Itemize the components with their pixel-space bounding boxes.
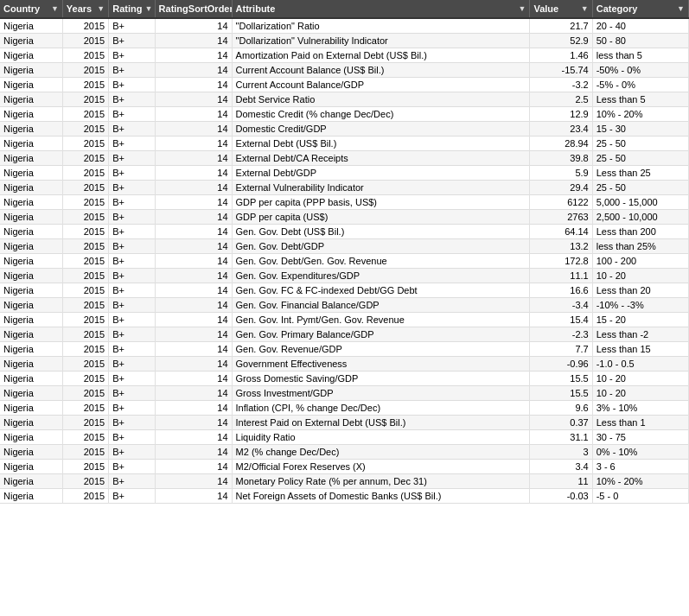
cell-attribute: Gross Domestic Saving/GDP bbox=[232, 372, 530, 386]
cell-attribute: Gen. Gov. Debt/GDP bbox=[232, 239, 530, 254]
cell-attribute: Gen. Gov. Debt (US$ Bil.) bbox=[232, 225, 530, 239]
cell-attribute: Amortization Paid on External Debt (US$ … bbox=[232, 48, 530, 63]
column-header-ratingsortorder[interactable]: RatingSortOrder▼ bbox=[155, 0, 232, 18]
cell-rating: B+ bbox=[109, 137, 155, 151]
cell-value: 31.1 bbox=[530, 430, 592, 445]
cell-rating: B+ bbox=[109, 195, 155, 210]
cell-category: Less than 15 bbox=[592, 342, 688, 357]
cell-country: Nigeria bbox=[0, 239, 62, 254]
cell-rating: B+ bbox=[109, 416, 155, 430]
cell-attribute: "Dollarization" Ratio bbox=[232, 18, 530, 34]
cell-years: 2015 bbox=[62, 327, 108, 342]
cell-attribute: M2 (% change Dec/Dec) bbox=[232, 445, 530, 460]
cell-country: Nigeria bbox=[0, 34, 62, 48]
cell-rating: B+ bbox=[109, 254, 155, 269]
cell-value: 52.9 bbox=[530, 34, 592, 48]
cell-ratingsortorder: 14 bbox=[155, 342, 232, 357]
cell-country: Nigeria bbox=[0, 430, 62, 445]
cell-rating: B+ bbox=[109, 401, 155, 416]
column-header-category[interactable]: Category▼ bbox=[592, 0, 688, 18]
cell-value: 15.4 bbox=[530, 313, 592, 327]
cell-value: 5.9 bbox=[530, 166, 592, 181]
table-row: Nigeria2015B+14Gen. Gov. Primary Balance… bbox=[0, 327, 689, 342]
column-label-country: Country bbox=[3, 3, 40, 14]
cell-attribute: Domestic Credit/GDP bbox=[232, 122, 530, 137]
cell-attribute: External Debt (US$ Bil.) bbox=[232, 137, 530, 151]
cell-ratingsortorder: 14 bbox=[155, 181, 232, 195]
cell-country: Nigeria bbox=[0, 474, 62, 489]
cell-years: 2015 bbox=[62, 151, 108, 166]
cell-rating: B+ bbox=[109, 225, 155, 239]
cell-value: -0.03 bbox=[530, 489, 592, 504]
cell-years: 2015 bbox=[62, 137, 108, 151]
cell-country: Nigeria bbox=[0, 166, 62, 181]
cell-country: Nigeria bbox=[0, 445, 62, 460]
cell-category: Less than 200 bbox=[592, 225, 688, 239]
cell-rating: B+ bbox=[109, 181, 155, 195]
cell-ratingsortorder: 14 bbox=[155, 78, 232, 92]
cell-ratingsortorder: 14 bbox=[155, 63, 232, 78]
cell-years: 2015 bbox=[62, 78, 108, 92]
table-row: Nigeria2015B+14Gen. Gov. Debt/GDP13.2les… bbox=[0, 239, 689, 254]
cell-country: Nigeria bbox=[0, 210, 62, 225]
table-row: Nigeria2015B+14Debt Service Ratio2.5Less… bbox=[0, 92, 689, 107]
cell-years: 2015 bbox=[62, 166, 108, 181]
cell-value: 1.46 bbox=[530, 48, 592, 63]
cell-ratingsortorder: 14 bbox=[155, 489, 232, 504]
column-header-attribute[interactable]: Attribute▼ bbox=[232, 0, 530, 18]
cell-years: 2015 bbox=[62, 122, 108, 137]
column-header-years[interactable]: Years▼ bbox=[62, 0, 108, 18]
table-row: Nigeria2015B+14External Debt/GDP5.9Less … bbox=[0, 166, 689, 181]
column-label-attribute: Attribute bbox=[236, 3, 276, 14]
cell-category: Less than 20 bbox=[592, 283, 688, 298]
column-header-country[interactable]: Country▼ bbox=[0, 0, 62, 18]
cell-category: 100 - 200 bbox=[592, 254, 688, 269]
cell-value: -0.96 bbox=[530, 357, 592, 372]
cell-rating: B+ bbox=[109, 166, 155, 181]
table-row: Nigeria2015B+14External Debt (US$ Bil.)2… bbox=[0, 137, 689, 151]
cell-rating: B+ bbox=[109, 48, 155, 63]
cell-ratingsortorder: 14 bbox=[155, 210, 232, 225]
cell-attribute: External Debt/CA Receipts bbox=[232, 151, 530, 166]
cell-attribute: External Debt/GDP bbox=[232, 166, 530, 181]
column-header-rating[interactable]: Rating▼ bbox=[109, 0, 155, 18]
cell-category: 5,000 - 15,000 bbox=[592, 195, 688, 210]
cell-rating: B+ bbox=[109, 122, 155, 137]
cell-country: Nigeria bbox=[0, 342, 62, 357]
cell-rating: B+ bbox=[109, 342, 155, 357]
cell-category: -5 - 0 bbox=[592, 489, 688, 504]
cell-country: Nigeria bbox=[0, 48, 62, 63]
cell-years: 2015 bbox=[62, 210, 108, 225]
table-row: Nigeria2015B+14Gross Domestic Saving/GDP… bbox=[0, 372, 689, 386]
cell-rating: B+ bbox=[109, 489, 155, 504]
cell-category: 10 - 20 bbox=[592, 269, 688, 283]
cell-value: 6122 bbox=[530, 195, 592, 210]
cell-attribute: Gen. Gov. Primary Balance/GDP bbox=[232, 327, 530, 342]
table-row: Nigeria2015B+14External Vulnerability In… bbox=[0, 181, 689, 195]
cell-rating: B+ bbox=[109, 327, 155, 342]
sort-icon-category: ▼ bbox=[677, 4, 685, 13]
cell-category: 15 - 30 bbox=[592, 122, 688, 137]
cell-attribute: Current Account Balance (US$ Bil.) bbox=[232, 63, 530, 78]
table-row: Nigeria2015B+14Gen. Gov. Expenditures/GD… bbox=[0, 269, 689, 283]
cell-category: 25 - 50 bbox=[592, 137, 688, 151]
cell-ratingsortorder: 14 bbox=[155, 401, 232, 416]
cell-value: 12.9 bbox=[530, 107, 592, 122]
cell-years: 2015 bbox=[62, 372, 108, 386]
column-header-value[interactable]: Value▼ bbox=[530, 0, 592, 18]
data-table: Country▼Years▼Rating▼RatingSortOrder▼Att… bbox=[0, 0, 689, 504]
cell-attribute: Gen. Gov. Int. Pymt/Gen. Gov. Revenue bbox=[232, 313, 530, 327]
cell-attribute: Inflation (CPI, % change Dec/Dec) bbox=[232, 401, 530, 416]
cell-ratingsortorder: 14 bbox=[155, 430, 232, 445]
cell-value: 0.37 bbox=[530, 416, 592, 430]
cell-years: 2015 bbox=[62, 474, 108, 489]
cell-years: 2015 bbox=[62, 298, 108, 313]
column-label-category: Category bbox=[596, 3, 638, 14]
table-row: Nigeria2015B+14Interest Paid on External… bbox=[0, 416, 689, 430]
sort-icon-value: ▼ bbox=[581, 4, 589, 13]
cell-value: 11 bbox=[530, 474, 592, 489]
cell-category: Less than -2 bbox=[592, 327, 688, 342]
cell-country: Nigeria bbox=[0, 92, 62, 107]
column-label-years: Years bbox=[67, 3, 92, 14]
cell-years: 2015 bbox=[62, 195, 108, 210]
